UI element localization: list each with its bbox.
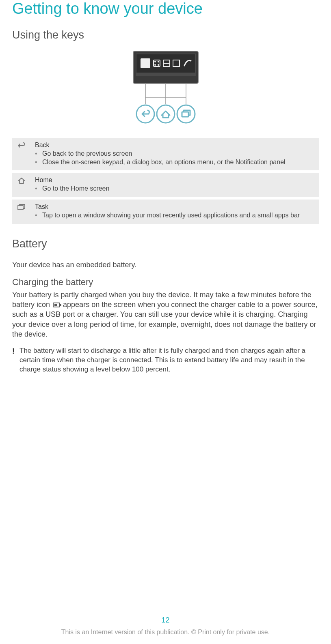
svg-point-7 [154,64,156,66]
key-name: Task [35,203,300,211]
svg-point-5 [154,61,156,62]
device-keys-figure [12,51,319,128]
key-name: Home [35,176,109,185]
charging-text: Your battery is partly charged when you … [12,290,319,339]
svg-point-21 [177,105,195,123]
svg-point-8 [158,64,159,66]
key-row-back: Back Go back to the previous screen Clos… [12,138,319,170]
important-icon: ! [12,346,15,356]
task-icon [17,203,26,213]
battery-intro: Your device has an embedded battery. [12,260,319,270]
page-title: Getting to know your device [12,0,319,17]
key-bullet: Go back to the previous screen [35,150,286,158]
footer-note: This is an Internet version of this publ… [0,629,331,636]
section-battery: Battery [12,238,319,250]
key-bullet: Tap to open a window showing your most r… [35,211,300,220]
section-using-keys: Using the keys [12,29,319,41]
svg-rect-23 [18,206,23,210]
note-text: The battery will start to discharge a li… [19,346,319,374]
key-bullet: Close the on-screen keypad, a dialog box… [35,158,286,167]
home-icon [17,176,26,186]
svg-point-6 [158,61,159,62]
back-icon [17,141,26,151]
page-number: 12 [0,616,331,625]
svg-point-20 [157,105,175,123]
key-name: Back [35,141,286,150]
key-bullet: Go to the Home screen [35,185,109,193]
note-row: ! The battery will start to discharge a … [12,346,319,374]
svg-rect-22 [182,112,188,117]
section-charging: Charging the battery [12,277,319,288]
battery-icon [53,303,60,307]
key-row-home: Home Go to the Home screen [12,173,319,197]
key-row-task: Task Tap to open a window showing your m… [12,200,319,224]
svg-rect-3 [141,58,150,68]
device-illustration [121,51,210,128]
